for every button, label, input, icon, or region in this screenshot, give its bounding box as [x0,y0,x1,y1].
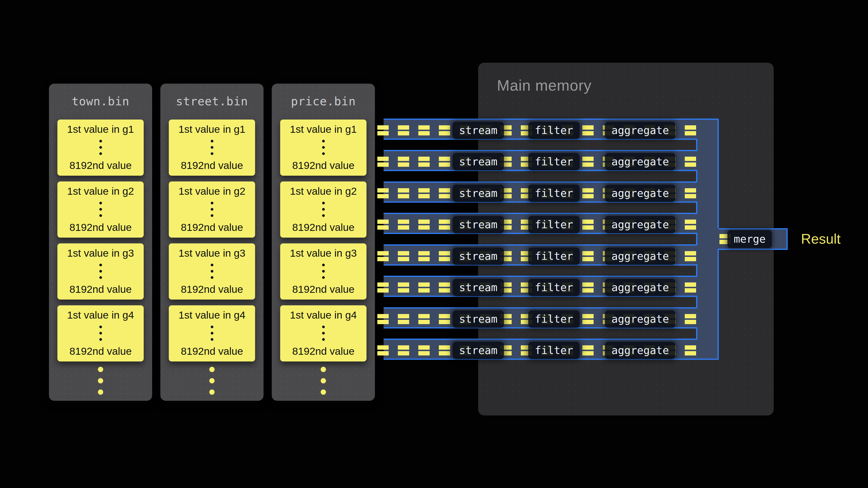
stage-chip-aggregate: aggregate [605,153,675,170]
value-group-block: 1st value in g18192nd value [280,120,367,176]
pipeline-row-8: streamfilteraggregate [383,338,696,360]
vertical-ellipsis-icon [211,140,213,155]
last-value-label: 8192nd value [69,222,132,233]
stage-chip-aggregate: aggregate [605,248,675,265]
merge-label: merge [727,230,772,248]
stage-chip-aggregate: aggregate [605,216,675,233]
trunk-border-bottom [717,249,719,360]
pipeline-row-1: streamfilteraggregate [383,119,696,140]
last-value-label: 8192nd value [181,345,243,357]
last-value-label: 8192nd value [69,345,132,357]
stage-chip-aggregate: aggregate [605,185,675,202]
first-value-label: 1st value in g3 [290,247,356,259]
value-group-block: 1st value in g38192nd value [169,243,255,299]
trunk-notch-border [696,327,697,340]
first-value-label: 1st value in g3 [67,247,134,259]
value-group-block: 1st value in g38192nd value [57,243,144,299]
vertical-ellipsis-icon [211,202,213,217]
vertical-ellipsis-icon [322,140,325,155]
stage-chip-aggregate: aggregate [605,122,675,139]
diagram-root: town.bin1st value in g18192nd value1st v… [0,0,868,488]
stage-chip-stream: stream [453,279,504,296]
pipeline-trunk [696,119,719,360]
vertical-ellipsis-icon [211,326,213,341]
more-groups-ellipsis-icon [160,367,264,395]
merge-box: merge [719,228,788,250]
vertical-ellipsis-icon [322,326,325,341]
main-memory-title: Main memory [497,77,592,94]
first-value-label: 1st value in g2 [179,185,245,197]
last-value-label: 8192nd value [181,283,243,295]
first-value-label: 1st value in g1 [290,123,356,135]
last-value-label: 8192nd value [292,160,354,171]
first-value-label: 1st value in g4 [67,309,134,321]
vertical-ellipsis-icon [322,264,325,279]
pipeline-row-3: streamfilteraggregate [383,182,696,203]
vertical-ellipsis-icon [322,202,325,217]
stage-chip-filter: filter [528,279,580,296]
trunk-notch-border [696,264,697,277]
stage-chip-filter: filter [528,248,580,265]
stage-chip-stream: stream [453,311,504,328]
value-group-block: 1st value in g18192nd value [169,120,255,176]
stage-chip-aggregate: aggregate [605,279,675,296]
value-group-block: 1st value in g38192nd value [280,243,367,299]
last-value-label: 8192nd value [181,160,243,171]
stage-chip-aggregate: aggregate [605,342,675,359]
first-value-label: 1st value in g1 [179,123,245,135]
value-group-block: 1st value in g28192nd value [280,182,367,238]
value-group-block: 1st value in g48192nd value [169,305,255,361]
vertical-ellipsis-icon [99,264,102,279]
more-groups-ellipsis-icon [272,367,375,395]
result-label: Result [801,231,840,247]
file-column-street-bin: street.bin1st value in g18192nd value1st… [160,84,264,401]
stage-chip-filter: filter [528,153,580,170]
trunk-notch-border [696,233,697,245]
last-value-label: 8192nd value [292,283,354,295]
trunk-border-top [717,119,719,228]
trunk-notch-border [696,170,697,183]
value-group-block: 1st value in g48192nd value [57,305,144,361]
last-value-label: 8192nd value [292,222,354,233]
stage-chip-filter: filter [528,122,580,139]
pipeline-row-2: streamfilteraggregate [383,150,696,171]
stage-chip-aggregate: aggregate [605,311,675,328]
stage-chip-filter: filter [528,311,580,328]
stage-chip-stream: stream [453,248,504,265]
trunk-notch-border [696,296,697,308]
first-value-label: 1st value in g3 [179,247,245,259]
stage-chip-stream: stream [453,153,504,170]
pipeline-row-5: streamfilteraggregate [383,245,696,266]
stage-chip-stream: stream [453,185,504,202]
stage-chip-stream: stream [453,342,504,359]
stage-chip-filter: filter [528,342,580,359]
last-value-label: 8192nd value [69,283,132,295]
value-group-block: 1st value in g28192nd value [169,182,255,238]
trunk-notch-border [696,201,697,214]
vertical-ellipsis-icon [99,202,102,217]
first-value-label: 1st value in g4 [290,309,356,321]
value-group-block: 1st value in g28192nd value [57,182,144,238]
stage-chip-stream: stream [453,122,504,139]
vertical-ellipsis-icon [211,264,213,279]
first-value-label: 1st value in g2 [67,185,134,197]
more-groups-ellipsis-icon [49,367,152,395]
file-column-town-bin: town.bin1st value in g18192nd value1st v… [49,84,152,401]
pipeline-row-6: streamfilteraggregate [383,276,696,297]
stage-chip-filter: filter [528,185,580,202]
pipeline-row-4: streamfilteraggregate [383,213,696,234]
vertical-ellipsis-icon [99,326,102,341]
last-value-label: 8192nd value [292,345,354,357]
value-group-block: 1st value in g18192nd value [57,120,144,176]
last-value-label: 8192nd value [69,160,132,171]
trunk-notch-border [696,138,697,151]
stage-chip-stream: stream [453,216,504,233]
first-value-label: 1st value in g1 [67,123,134,135]
file-name: price.bin [272,84,375,119]
vertical-ellipsis-icon [99,140,102,155]
first-value-label: 1st value in g2 [290,185,356,197]
pipeline-row-7: streamfilteraggregate [383,307,696,328]
last-value-label: 8192nd value [181,222,243,233]
first-value-label: 1st value in g4 [179,309,245,321]
stage-chip-filter: filter [528,216,580,233]
